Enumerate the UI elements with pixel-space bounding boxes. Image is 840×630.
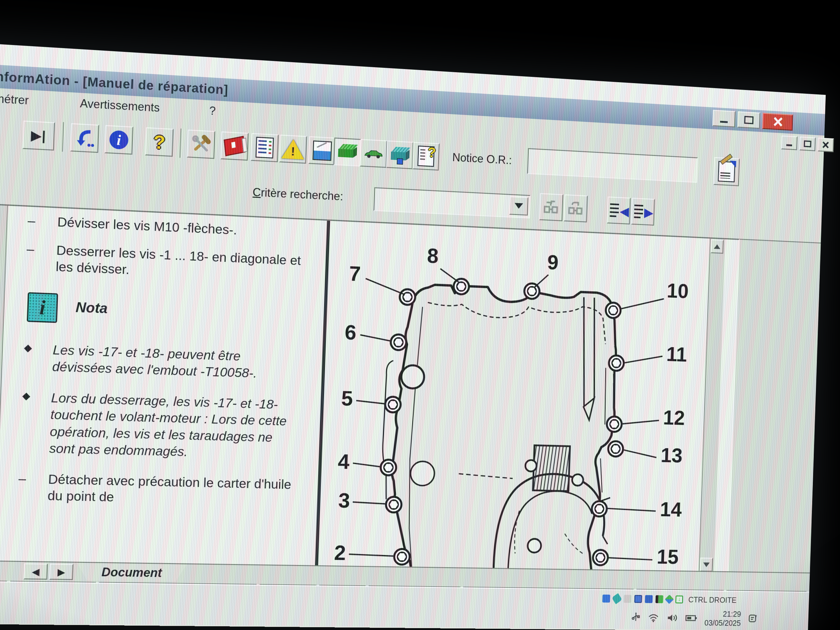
document-content-area: – Dévisser les vis M10 -flèches-. – Dess…: [0, 204, 740, 573]
child-minimize-button[interactable]: [781, 136, 797, 150]
callout-2: 2: [334, 541, 346, 564]
restore-button[interactable]: [737, 111, 760, 129]
tray-gray-icon[interactable]: [624, 595, 632, 603]
close-button[interactable]: [762, 113, 793, 131]
tray-nvidia-icon[interactable]: [655, 595, 663, 603]
system-status-icons: 21:29 03/05/2025 z: [631, 608, 757, 629]
list-arrow-right-icon: ▶: [633, 204, 653, 220]
menu-item-parametrer[interactable]: métrer: [0, 92, 29, 107]
child-close-icon: [822, 141, 829, 149]
toolbar-separator: [62, 122, 65, 152]
hitlist-previous-button[interactable]: ◀: [607, 197, 631, 224]
instruction-step: – Détacher avec précaution le carter d'h…: [0, 470, 318, 510]
manual-button[interactable]: [220, 131, 249, 161]
nav-end-icon: ▶|: [31, 128, 47, 144]
tray-download-icon[interactable]: ↓: [675, 595, 683, 603]
help-button[interactable]: ?: [145, 127, 174, 156]
workshop-tools-button[interactable]: [187, 130, 215, 159]
combobox-dropdown-button[interactable]: [509, 196, 529, 216]
elsa-application-window: InformAtion - [Manuel de réparation] mét…: [0, 59, 825, 592]
child-close-button[interactable]: [818, 137, 834, 152]
tab-document-label: Document: [101, 565, 162, 580]
input-language-indicator[interactable]: CTRL DROITE: [688, 595, 737, 605]
nota-title: Nota: [75, 299, 108, 316]
tab-previous-button[interactable]: ◀: [24, 563, 48, 580]
oil-pan-diagram: 7 8 9 10 6 11 5 12 4 13 3 14 2 15: [318, 221, 710, 572]
document-list-button[interactable]: [251, 133, 279, 162]
vehicle-button[interactable]: [360, 139, 387, 168]
tray-monitor-icon[interactable]: [635, 595, 642, 603]
tab-document[interactable]: Document: [76, 563, 187, 582]
warnings-button[interactable]: !: [279, 135, 307, 164]
scroll-up-button[interactable]: [711, 239, 724, 254]
hitlist-next-button[interactable]: ▶: [631, 198, 655, 226]
scroll-down-button[interactable]: [700, 557, 713, 572]
nota-item: Les vis -17- et -18- peuvent être déviss…: [3, 340, 322, 384]
gearbox-component-button[interactable]: [386, 140, 414, 169]
red-book-icon: [224, 136, 245, 156]
search-criteria-label: Critère recherche:: [253, 186, 343, 203]
drain-plug-body: [410, 461, 435, 486]
tray-diamond-icon[interactable]: [665, 595, 674, 604]
info-icon: i: [109, 130, 128, 150]
callout-3: 3: [338, 489, 350, 512]
menu-item-avertissements[interactable]: Avertissements: [80, 96, 160, 114]
notice-or-label: Notice O.R.:: [452, 151, 512, 167]
gallery-hole: [401, 365, 425, 389]
taskbar-clock[interactable]: 21:29 03/05/2025: [704, 609, 741, 627]
search-forward-button[interactable]: [539, 193, 564, 221]
warning-triangle-icon: !: [281, 139, 305, 159]
notice-or-input[interactable]: [527, 148, 698, 183]
notice-edit-button[interactable]: [714, 157, 740, 186]
tray-disk-icon[interactable]: [645, 595, 652, 603]
binoculars-icon: [543, 199, 560, 215]
tray-pen-icon[interactable]: [611, 593, 622, 604]
arrow-left-icon: ◀: [32, 565, 40, 577]
arrow-up-icon: [714, 244, 720, 249]
engine-block-green-icon: [337, 142, 357, 161]
instruction-step: – Desserrer les vis -1 ... 18- en diagon…: [6, 240, 326, 286]
engine-component-button[interactable]: [333, 137, 361, 167]
callout-15: 15: [657, 545, 679, 568]
search-criteria-combobox[interactable]: [373, 187, 531, 218]
tray-app-blue-icon[interactable]: [602, 595, 610, 603]
tab-next-button[interactable]: ▶: [49, 564, 73, 580]
engine-block-teal-icon: [390, 145, 410, 164]
menu-item-help[interactable]: ?: [209, 104, 216, 118]
callout-12: 12: [663, 406, 685, 429]
clock-date: 03/05/2025: [704, 618, 741, 627]
pump-hole: [572, 474, 583, 486]
diamond-bullet: [24, 345, 32, 352]
info-button[interactable]: i: [104, 125, 133, 155]
wifi-icon[interactable]: [648, 613, 659, 622]
oil-pan-drawing: 7 8 9 10 6 11 5 12 4 13 3 14 2 15: [318, 221, 710, 572]
step-text: Détacher avec précaution le carter d'hui…: [47, 471, 299, 509]
question-mark-icon: ?: [153, 131, 166, 153]
child-restore-button[interactable]: [799, 137, 816, 151]
tools-icon: [191, 134, 211, 154]
pump-hole: [525, 460, 537, 472]
callout-6: 6: [344, 321, 357, 344]
notification-icon[interactable]: z: [748, 614, 757, 624]
volume-icon[interactable]: [666, 613, 678, 622]
car-icon: [363, 147, 384, 159]
search-backward-button[interactable]: [564, 194, 588, 223]
chevron-down-icon: [515, 203, 523, 209]
binoculars-back-icon: [567, 200, 584, 216]
child-minimize-icon: [786, 144, 792, 146]
document-help-button[interactable]: ?: [412, 142, 439, 171]
restore-icon: [744, 116, 753, 125]
toolbar-separator: [179, 128, 182, 158]
nav-end-button[interactable]: ▶|: [22, 121, 55, 151]
pump-hole: [527, 539, 541, 553]
minimize-button[interactable]: [712, 110, 736, 127]
battery-icon[interactable]: [685, 614, 697, 622]
go-back-button[interactable]: [70, 123, 99, 153]
usb-icon[interactable]: [631, 612, 640, 622]
close-icon: [772, 116, 783, 127]
nota-info-icon: i: [27, 292, 58, 323]
fill-tool-button[interactable]: [308, 136, 336, 165]
monitor-screen: InformAtion - [Manuel de réparation] mét…: [0, 38, 826, 630]
pump-screen: [533, 445, 570, 491]
system-tray-icons: ↓ CTRL DROITE: [602, 592, 737, 606]
